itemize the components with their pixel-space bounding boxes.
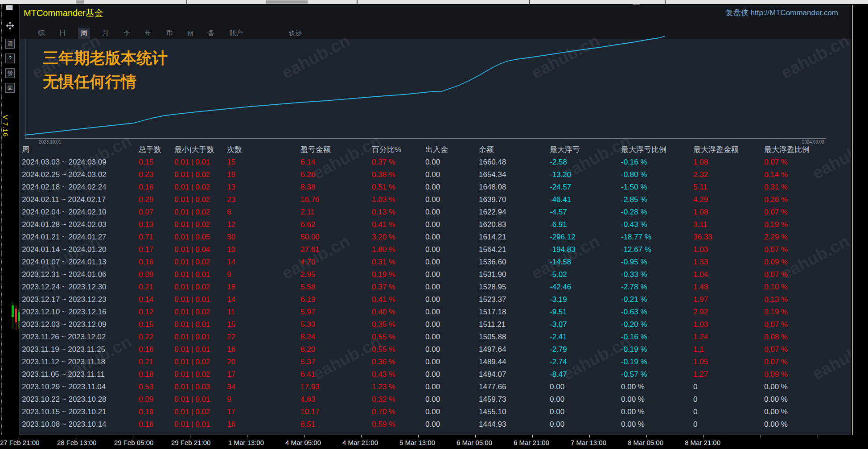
cell: 0.01 | 0.01 bbox=[174, 343, 227, 356]
cell: 0.29 bbox=[139, 194, 174, 206]
cell: 0.00 % bbox=[621, 393, 693, 406]
cell: 0.09 % bbox=[764, 256, 851, 268]
help-icon[interactable]: ? bbox=[5, 54, 15, 63]
table-row[interactable]: 2023.11.19 ~ 2023.11.250.160.01 | 0.0116… bbox=[20, 343, 851, 356]
tab-月[interactable]: 月 bbox=[99, 28, 111, 39]
cell: 2024.02.18 ~ 2024.02.24 bbox=[22, 181, 139, 194]
cell: 5.37 bbox=[300, 356, 372, 368]
cell: 1622.94 bbox=[479, 206, 550, 218]
table-row[interactable]: 2024.01.28 ~ 2024.02.030.130.01 | 0.0212… bbox=[20, 218, 851, 231]
cell: 2024.01.07 ~ 2024.01.13 bbox=[22, 256, 139, 268]
cell: 18 bbox=[227, 281, 300, 293]
cell: 1.27 bbox=[693, 368, 764, 381]
cell: -6.91 bbox=[550, 218, 621, 231]
cell: -0.57 % bbox=[621, 368, 693, 381]
time-axis-label: 28 Feb 13:00 bbox=[57, 439, 96, 446]
cell: 0.01 | 0.02 bbox=[174, 356, 227, 368]
table-row[interactable]: 2023.12.24 ~ 2023.12.300.210.01 | 0.0218… bbox=[20, 281, 851, 293]
cell: -2.74 bbox=[550, 356, 621, 368]
cell: 0.00 bbox=[425, 281, 479, 293]
table-row[interactable]: 2024.02.25 ~ 2024.03.020.230.01 | 0.0219… bbox=[20, 169, 851, 181]
cell: 1.08 bbox=[693, 156, 764, 169]
tab-日[interactable]: 日 bbox=[57, 28, 69, 39]
cell: -2.58 bbox=[550, 156, 621, 169]
cell: 0.01 | 0.04 bbox=[174, 243, 227, 256]
tab-轨迹[interactable]: 轨迹 bbox=[286, 28, 305, 39]
cell: 2.29 % bbox=[764, 231, 851, 243]
table-row[interactable]: 2024.01.14 ~ 2024.01.200.170.01 | 0.0410… bbox=[20, 243, 851, 256]
tab-M[interactable]: M bbox=[185, 28, 196, 38]
time-axis-tick bbox=[76, 435, 76, 437]
table-row[interactable]: 2023.12.31 ~ 2024.01.060.090.01 | 0.0192… bbox=[20, 268, 851, 281]
cell: 2023.12.24 ~ 2023.12.30 bbox=[22, 281, 139, 293]
cell: 0 bbox=[693, 406, 764, 418]
cell: 1.03 bbox=[693, 318, 764, 331]
table-row[interactable]: 2023.10.15 ~ 2023.10.210.190.01 | 0.0217… bbox=[20, 406, 851, 418]
cell: 0.00 bbox=[425, 169, 479, 181]
cell: 0.59 % bbox=[372, 418, 425, 431]
cell: 0.00 bbox=[425, 393, 479, 406]
cell: -18.77 % bbox=[621, 231, 693, 243]
forbid-icon[interactable]: 禁 bbox=[5, 68, 15, 78]
table-row[interactable]: 2024.01.21 ~ 2024.01.270.710.01 | 0.0530… bbox=[20, 231, 851, 243]
cell: 0.12 bbox=[139, 306, 174, 318]
table-row[interactable]: 2024.01.07 ~ 2024.01.130.160.01 | 0.0214… bbox=[20, 256, 851, 268]
tab-季[interactable]: 季 bbox=[121, 28, 133, 39]
cell: 2024.02.25 ~ 2024.03.02 bbox=[22, 169, 139, 181]
tab-周[interactable]: 周 bbox=[78, 28, 90, 39]
table-row[interactable]: 2023.12.03 ~ 2023.12.090.150.01 | 0.0115… bbox=[20, 318, 851, 331]
cell: 0.07 % bbox=[764, 318, 851, 331]
tab-币[interactable]: 币 bbox=[164, 28, 176, 39]
table-row[interactable]: 2023.12.17 ~ 2023.12.230.140.01 | 0.0114… bbox=[20, 293, 851, 306]
minimize-button[interactable]: - bbox=[6, 5, 13, 10]
table-row[interactable]: 2023.12.10 ~ 2023.12.160.120.01 | 0.0211… bbox=[20, 306, 851, 318]
cell: 0.21 bbox=[139, 281, 174, 293]
window-icon[interactable]: 回 bbox=[5, 83, 15, 93]
table-row[interactable]: 2023.10.29 ~ 2023.11.040.530.01 | 0.0334… bbox=[20, 381, 851, 393]
cell: 0.21 bbox=[139, 356, 174, 368]
time-axis-label: 8 Mar 21:00 bbox=[685, 439, 720, 446]
tab-年[interactable]: 年 bbox=[142, 28, 154, 39]
tab-综[interactable]: 综 bbox=[35, 28, 47, 39]
time-axis-label: 4 Mar 21:00 bbox=[342, 439, 378, 446]
time-axis-label: 1 Mar 13:00 bbox=[228, 439, 264, 446]
cell: 0.41 % bbox=[372, 218, 425, 231]
scrollbar-thumb[interactable] bbox=[76, 0, 84, 4]
cell: 0.00 % bbox=[621, 381, 693, 393]
tab-账户[interactable]: 账户 bbox=[227, 28, 246, 39]
clear-icon[interactable]: 清 bbox=[5, 39, 15, 49]
cell: 1.08 bbox=[693, 206, 764, 218]
cell: 1477.66 bbox=[479, 381, 550, 393]
table-row[interactable]: 2023.10.22 ~ 2023.10.280.090.01 | 0.0194… bbox=[20, 393, 851, 406]
time-axis-label: 27 Feb 21:00 bbox=[0, 439, 39, 446]
tab-备[interactable]: 备 bbox=[206, 28, 218, 39]
cell: 0.00 % bbox=[621, 418, 693, 431]
chart-annotation: 三年期老版本统计 无惧任何行情 bbox=[43, 46, 168, 93]
time-axis-tick bbox=[304, 435, 304, 437]
column-header: 最大浮亏比例 bbox=[621, 144, 693, 156]
table-row[interactable]: 2024.03.03 ~ 2024.03.090.150.01 | 0.0115… bbox=[20, 156, 851, 169]
cell: 0.16 bbox=[139, 343, 174, 356]
site-link[interactable]: 复盘侠 http://MTCommander.com bbox=[726, 8, 838, 18]
cell: -8.47 bbox=[550, 368, 621, 381]
table-row[interactable]: 2024.02.11 ~ 2024.02.170.290.01 | 0.0223… bbox=[20, 194, 851, 206]
table-row[interactable]: 2023.11.26 ~ 2023.12.020.220.01 | 0.0122… bbox=[20, 331, 851, 343]
table-row[interactable]: 2023.11.05 ~ 2023.11.110.180.01 | 0.0217… bbox=[20, 368, 851, 381]
table-row[interactable]: 2024.02.18 ~ 2024.02.240.160.01 | 0.0213… bbox=[20, 181, 851, 194]
table-row[interactable]: 2023.10.08 ~ 2023.10.140.160.01 | 0.0116… bbox=[20, 418, 851, 431]
scrollbar-thumb[interactable] bbox=[266, 0, 308, 4]
cell: 0.00 bbox=[425, 218, 479, 231]
cell: 0 bbox=[693, 418, 764, 431]
table-row[interactable]: 2024.02.04 ~ 2024.02.100.070.01 | 0.0262… bbox=[20, 206, 851, 218]
cell: -0.95 % bbox=[621, 256, 693, 268]
cell: -296.12 bbox=[550, 231, 621, 243]
top-scrollbar[interactable] bbox=[0, 0, 868, 4]
column-header: 盈亏金额 bbox=[300, 144, 372, 156]
annotation-line-2: 无惧任何行情 bbox=[43, 70, 168, 93]
cell: -3.07 bbox=[550, 318, 621, 331]
time-axis-tick bbox=[361, 435, 362, 437]
table-row[interactable]: 2023.11.12 ~ 2023.11.180.210.01 | 0.0220… bbox=[20, 356, 851, 368]
time-axis[interactable]: 27 Feb 21:0028 Feb 13:0029 Feb 05:0029 F… bbox=[0, 435, 868, 449]
cell: 0.18 bbox=[139, 368, 174, 381]
move-cross-icon[interactable] bbox=[6, 22, 14, 31]
